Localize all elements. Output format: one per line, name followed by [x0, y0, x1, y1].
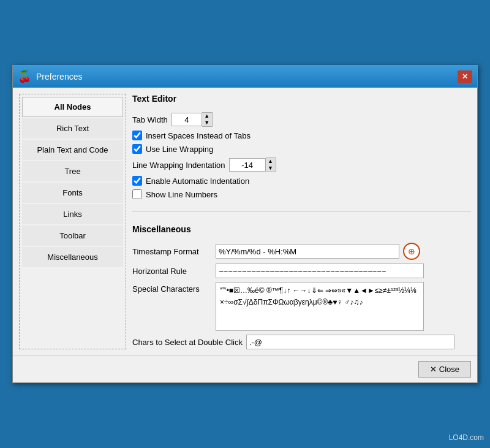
miscellaneous-section: Miscellaneous Timestamp Format ⊕ Horizon…	[132, 224, 471, 349]
titlebar-title: Preferences	[36, 72, 82, 82]
double-click-row: Chars to Select at Double Click	[132, 335, 471, 349]
sidebar-item-all-nodes[interactable]: All Nodes	[22, 97, 123, 117]
close-icon: ✕	[430, 365, 437, 374]
auto-indent-label: Enable Automatic Indentation	[146, 177, 249, 186]
double-click-label: Chars to Select at Double Click	[132, 338, 243, 347]
tab-width-spinner[interactable]: ▲ ▼	[172, 112, 213, 127]
watermark: LO4D.com	[449, 433, 484, 442]
double-click-input[interactable]	[246, 335, 454, 349]
tab-width-spin-buttons: ▲ ▼	[202, 112, 213, 127]
close-label: Close	[439, 365, 459, 374]
text-editor-section: Text Editor Tab Width ▲ ▼ Insert Spaces …	[132, 94, 471, 199]
line-wrapping-label: Use Line Wrapping	[146, 145, 213, 154]
line-wrap-indent-row: Line Wrapping Indentation ▲ ▼	[132, 158, 471, 172]
line-wrapping-row: Use Line Wrapping	[132, 144, 471, 154]
titlebar: 🍒 Preferences ✕	[13, 66, 477, 88]
section-divider	[132, 211, 471, 212]
insert-spaces-checkbox[interactable]	[132, 131, 142, 140]
line-wrap-indent-spinner[interactable]: ▲ ▼	[229, 158, 276, 172]
app-icon: 🍒	[18, 70, 31, 83]
close-button[interactable]: ✕ Close	[418, 361, 471, 378]
sidebar-item-miscellaneous[interactable]: Miscellaneous	[22, 247, 123, 267]
sidebar-item-rich-text[interactable]: Rich Text	[22, 118, 123, 139]
line-wrap-indent-down-button[interactable]: ▼	[266, 165, 276, 172]
right-panel: Text Editor Tab Width ▲ ▼ Insert Spaces …	[132, 94, 471, 349]
horizontal-rule-input[interactable]	[216, 264, 424, 278]
horizontal-rule-label: Horizontal Rule	[132, 267, 212, 276]
line-wrap-indent-spin-buttons: ▲ ▼	[266, 158, 276, 172]
miscellaneous-title: Miscellaneous	[132, 224, 471, 234]
titlebar-left: 🍒 Preferences	[18, 70, 82, 83]
main-content: All Nodes Rich Text Plain Text and Code …	[13, 88, 477, 355]
window-close-button[interactable]: ✕	[458, 70, 472, 83]
horizontal-rule-row: Horizontal Rule	[132, 264, 471, 278]
text-editor-title: Text Editor	[132, 94, 471, 104]
sidebar-item-plain-text[interactable]: Plain Text and Code	[22, 140, 123, 160]
line-wrapping-checkbox[interactable]	[132, 144, 142, 154]
sidebar-item-tree[interactable]: Tree	[22, 161, 123, 181]
line-wrap-indent-up-button[interactable]: ▲	[266, 158, 276, 165]
sidebar-item-links[interactable]: Links	[22, 204, 123, 224]
insert-spaces-label: Insert Spaces Instead of Tabs	[146, 131, 251, 140]
show-line-numbers-label: Show Line Numbers	[146, 190, 217, 199]
show-line-numbers-checkbox[interactable]	[132, 189, 142, 199]
special-chars-box[interactable]: “”‘•■☒…‰é© ®™¶↓↑ ←→↓⇓⇐ ⇒⇔»«▼▲◄►≤≥≠±¹²³½¼…	[216, 282, 424, 331]
tab-width-up-button[interactable]: ▲	[202, 113, 212, 120]
special-chars-label: Special Characters	[132, 282, 212, 294]
auto-indent-row: Enable Automatic Indentation	[132, 176, 471, 186]
preferences-window: 🍒 Preferences ✕ All Nodes Rich Text Plai…	[12, 65, 478, 383]
tab-width-down-button[interactable]: ▼	[202, 120, 212, 126]
line-wrap-indent-input[interactable]	[229, 158, 266, 172]
tab-width-row: Tab Width ▲ ▼	[132, 112, 471, 127]
lifesaver-icon[interactable]: ⊕	[403, 243, 420, 260]
sidebar-item-fonts[interactable]: Fonts	[22, 183, 123, 203]
footer: ✕ Close	[13, 355, 477, 382]
timestamp-label: Timestamp Format	[132, 247, 212, 256]
special-chars-row: Special Characters “”‘•■☒…‰é© ®™¶↓↑ ←→↓⇓…	[132, 282, 471, 331]
show-line-numbers-row: Show Line Numbers	[132, 189, 471, 199]
sidebar-item-toolbar[interactable]: Toolbar	[22, 226, 123, 246]
tab-width-input[interactable]	[172, 113, 202, 126]
sidebar: All Nodes Rich Text Plain Text and Code …	[19, 94, 126, 349]
timestamp-input[interactable]	[216, 244, 399, 259]
line-wrap-indent-label: Line Wrapping Indentation	[132, 161, 225, 170]
auto-indent-checkbox[interactable]	[132, 176, 142, 186]
timestamp-row: Timestamp Format ⊕	[132, 243, 471, 260]
insert-spaces-row: Insert Spaces Instead of Tabs	[132, 131, 471, 140]
tab-width-label: Tab Width	[132, 115, 168, 124]
